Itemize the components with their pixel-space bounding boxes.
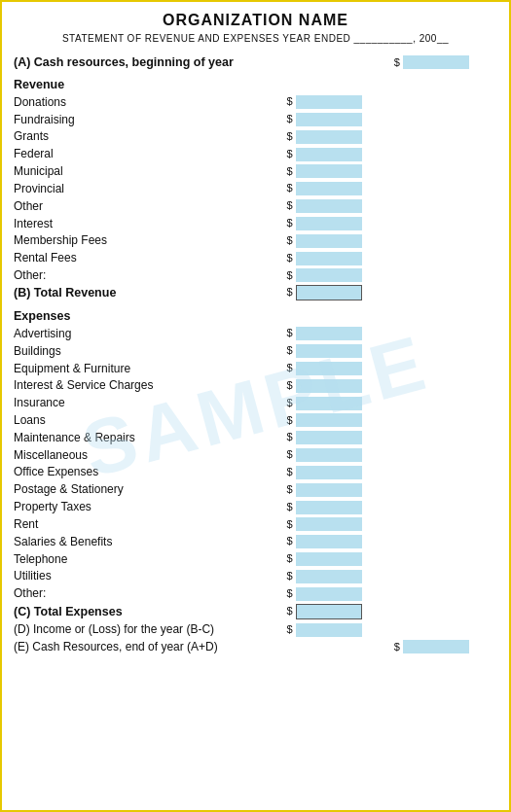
total-revenue-label: (B) Total Revenue (12, 284, 285, 302)
salaries-benefits-label: Salaries & Benefits (12, 533, 285, 550)
rental-fees-input[interactable] (296, 252, 362, 265)
cash-end-total[interactable]: $ (392, 638, 499, 655)
revenue-header: Revenue (12, 77, 285, 93)
membership-fees-label: Membership Fees (12, 231, 285, 249)
membership-fees-input[interactable] (296, 234, 362, 248)
cash-beginning-total-box[interactable] (403, 55, 469, 69)
list-item: Other: $ (12, 266, 499, 284)
list-item: Provincial $ (12, 180, 499, 197)
cash-beginning-total[interactable]: $ (392, 53, 499, 71)
grants-other-label: Other (12, 197, 285, 215)
subtitle: STATEMENT OF REVENUE AND EXPENSES YEAR E… (12, 33, 499, 44)
expenses-other-input[interactable] (296, 587, 362, 601)
insurance-label: Insurance (12, 394, 285, 411)
cash-beginning-label: (A) Cash resources, beginning of year (12, 53, 285, 71)
miscellaneous-input[interactable] (296, 448, 362, 462)
miscellaneous-label: Miscellaneous (12, 446, 285, 464)
list-item: Interest & Service Charges $ (12, 376, 499, 394)
fundraising-input[interactable] (296, 113, 362, 126)
list-item: Miscellaneous $ (12, 446, 499, 464)
income-loss-row: (D) Income or (Loss) for the year (B-C) … (12, 620, 499, 638)
property-taxes-input[interactable] (296, 501, 362, 514)
list-item: Fundraising $ (12, 111, 499, 128)
property-taxes-label: Property Taxes (12, 498, 285, 515)
provincial-label: Provincial (12, 180, 285, 197)
rent-label: Rent (12, 515, 285, 533)
cash-beginning-row: (A) Cash resources, beginning of year $ (12, 53, 499, 71)
grants-label: Grants (12, 127, 285, 145)
list-item: Loans $ (12, 411, 499, 429)
list-item: Salaries & Benefits $ (12, 533, 499, 550)
list-item: Property Taxes $ (12, 498, 499, 515)
maintenance-repairs-input[interactable] (296, 431, 362, 444)
cash-end-total-box[interactable] (403, 640, 469, 653)
loans-label: Loans (12, 411, 285, 429)
interest-input[interactable] (296, 217, 362, 230)
list-item: Other: $ (12, 584, 499, 602)
equipment-furniture-label: Equipment & Furniture (12, 360, 285, 377)
postage-stationery-input[interactable] (296, 483, 362, 497)
donations-label: Donations (12, 93, 285, 111)
maintenance-repairs-label: Maintenance & Repairs (12, 429, 285, 446)
office-expenses-input[interactable] (296, 466, 362, 479)
income-loss-label: (D) Income or (Loss) for the year (B-C) (12, 620, 285, 638)
list-item: Advertising $ (12, 325, 499, 342)
list-item: Other $ (12, 197, 499, 215)
donations-input[interactable] (296, 95, 362, 109)
federal-label: Federal (12, 145, 285, 162)
income-loss-input[interactable] (296, 623, 362, 637)
loans-input[interactable] (296, 413, 362, 427)
federal-input[interactable] (296, 148, 362, 161)
buildings-input[interactable] (296, 344, 362, 358)
list-item: Insurance $ (12, 394, 499, 411)
advertising-input[interactable] (296, 327, 362, 340)
grants-other-input[interactable] (296, 199, 362, 213)
list-item: Telephone $ (12, 550, 499, 568)
list-item: Office Expenses $ (12, 464, 499, 481)
utilities-input[interactable] (296, 570, 362, 583)
municipal-input[interactable] (296, 164, 362, 178)
list-item: Utilities $ (12, 568, 499, 585)
list-item: Postage & Stationery $ (12, 480, 499, 498)
municipal-label: Municipal (12, 162, 285, 180)
rent-input[interactable] (296, 517, 362, 531)
list-item: Buildings $ (12, 342, 499, 360)
office-expenses-label: Office Expenses (12, 464, 285, 481)
expenses-header-row: Expenses (12, 308, 499, 325)
equipment-furniture-input[interactable] (296, 362, 362, 375)
expenses-other-label: Other: (12, 584, 285, 602)
list-item: Membership Fees $ (12, 231, 499, 249)
fundraising-label: Fundraising (12, 111, 285, 128)
interest-label: Interest (12, 215, 285, 232)
interest-service-charges-label: Interest & Service Charges (12, 376, 285, 394)
utilities-label: Utilities (12, 568, 285, 585)
cash-beginning-amount (285, 53, 392, 71)
total-expenses-input[interactable] (296, 604, 362, 619)
total-revenue-row: (B) Total Revenue $ (12, 284, 499, 302)
advertising-label: Advertising (12, 325, 285, 342)
org-title: ORGANIZATION NAME (12, 12, 499, 29)
provincial-input[interactable] (296, 182, 362, 195)
list-item: Municipal $ (12, 162, 499, 180)
list-item: Rent $ (12, 515, 499, 533)
revenue-other-label: Other: (12, 266, 285, 284)
expenses-header: Expenses (12, 308, 285, 325)
cash-end-label: (E) Cash Resources, end of year (A+D) (12, 638, 285, 655)
list-item: Grants $ (12, 127, 499, 145)
total-expenses-row: (C) Total Expenses $ (12, 602, 499, 620)
grants-input[interactable] (296, 130, 362, 144)
list-item: Maintenance & Repairs $ (12, 429, 499, 446)
telephone-input[interactable] (296, 552, 362, 566)
buildings-label: Buildings (12, 342, 285, 360)
salaries-benefits-input[interactable] (296, 535, 362, 548)
list-item: Federal $ (12, 145, 499, 162)
revenue-header-row: Revenue (12, 77, 499, 93)
total-expenses-label: (C) Total Expenses (12, 602, 285, 620)
postage-stationery-label: Postage & Stationery (12, 480, 285, 498)
list-item: Equipment & Furniture $ (12, 360, 499, 377)
total-revenue-input[interactable] (296, 285, 362, 300)
list-item: Interest $ (12, 215, 499, 232)
interest-service-charges-input[interactable] (296, 379, 362, 393)
revenue-other-input[interactable] (296, 268, 362, 282)
insurance-input[interactable] (296, 397, 362, 410)
